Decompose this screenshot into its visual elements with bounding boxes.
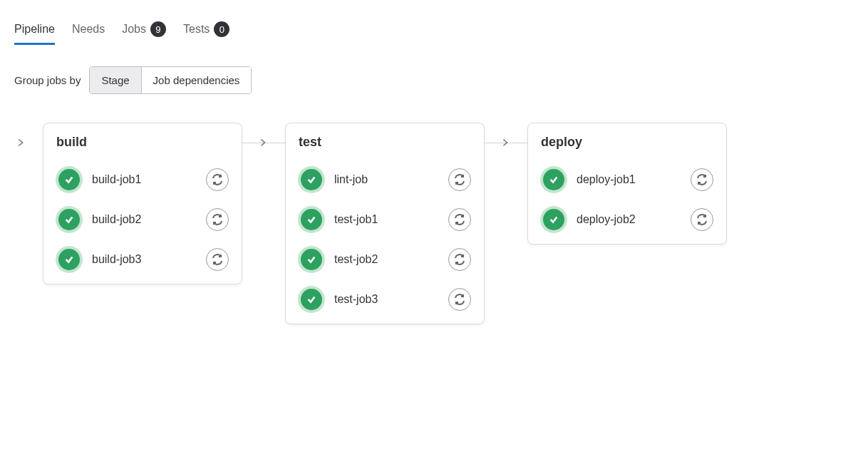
- job-row[interactable]: build-job3: [56, 240, 229, 279]
- retry-button[interactable]: [448, 288, 471, 311]
- tests-count-badge: 0: [214, 21, 229, 37]
- job-left: test-job2: [299, 247, 378, 272]
- retry-button[interactable]: [206, 168, 229, 191]
- chevron-right-icon: [13, 135, 29, 150]
- stage-card: deploy deploy-job1 deploy-job2: [527, 123, 727, 245]
- tabs-bar: Pipeline Needs Jobs 9 Tests 0: [14, 21, 854, 46]
- stage-title: build: [56, 135, 229, 150]
- retry-button[interactable]: [206, 208, 229, 231]
- tab-label: Needs: [72, 23, 105, 36]
- tab-tests[interactable]: Tests 0: [183, 21, 229, 46]
- job-left: test-job1: [299, 207, 378, 232]
- job-left: lint-job: [299, 167, 368, 192]
- job-row[interactable]: lint-job: [299, 160, 471, 200]
- success-icon: [58, 249, 80, 270]
- chevron-right-icon: [255, 135, 271, 150]
- tab-pipeline[interactable]: Pipeline: [14, 23, 55, 45]
- job-left: build-job3: [56, 247, 141, 272]
- job-name: test-job3: [334, 293, 378, 306]
- job-name: deploy-job1: [577, 173, 636, 186]
- jobs-count-badge: 9: [150, 21, 166, 37]
- job-name: build-job2: [92, 213, 141, 226]
- group-by-stage-button[interactable]: Stage: [90, 67, 140, 93]
- group-by-row: Group jobs by Stage Job dependencies: [14, 66, 854, 94]
- job-name: lint-job: [334, 173, 368, 186]
- pipeline-graph: build build-job1 build-job2 build-jo: [14, 123, 854, 324]
- job-name: deploy-job2: [577, 213, 636, 226]
- job-name: test-job2: [334, 253, 378, 266]
- stage-column-deploy: deploy deploy-job1 deploy-job2: [527, 123, 727, 245]
- stage-title: test: [299, 135, 471, 150]
- job-left: deploy-job2: [541, 207, 636, 232]
- retry-button[interactable]: [206, 248, 229, 271]
- retry-button[interactable]: [448, 208, 471, 231]
- group-by-segmented: Stage Job dependencies: [89, 66, 252, 94]
- success-icon: [58, 209, 80, 230]
- tab-needs[interactable]: Needs: [72, 23, 105, 45]
- stage-title: deploy: [541, 135, 713, 150]
- job-name: build-job1: [92, 173, 141, 186]
- job-left: deploy-job1: [541, 167, 636, 192]
- chevron-right-icon: [497, 135, 513, 150]
- job-row[interactable]: test-job2: [299, 240, 471, 279]
- tab-label: Tests: [183, 23, 210, 36]
- job-name: build-job3: [92, 253, 141, 266]
- success-icon: [543, 209, 564, 230]
- retry-button[interactable]: [448, 168, 471, 191]
- stage-card: build build-job1 build-job2 build-jo: [43, 123, 242, 284]
- job-left: build-job1: [56, 167, 141, 192]
- group-by-label: Group jobs by: [14, 74, 81, 86]
- tab-label: Pipeline: [14, 23, 55, 36]
- job-row[interactable]: deploy-job2: [541, 200, 713, 240]
- job-left: build-job2: [56, 207, 141, 232]
- job-row[interactable]: build-job1: [56, 160, 229, 200]
- retry-button[interactable]: [691, 168, 713, 191]
- success-icon: [301, 209, 322, 230]
- stage-column-test: test lint-job test-job1 test-job2: [285, 123, 485, 324]
- success-icon: [58, 169, 80, 190]
- retry-button[interactable]: [448, 248, 471, 271]
- job-name: test-job1: [334, 213, 378, 226]
- success-icon: [301, 249, 322, 270]
- stage-column-build: build build-job1 build-job2 build-jo: [43, 123, 242, 284]
- group-by-dependencies-button[interactable]: Job dependencies: [141, 67, 252, 93]
- job-row[interactable]: build-job2: [56, 200, 229, 240]
- success-icon: [301, 289, 322, 310]
- job-row[interactable]: test-job1: [299, 200, 471, 240]
- tab-label: Jobs: [122, 23, 146, 36]
- success-icon: [301, 169, 322, 190]
- job-row[interactable]: deploy-job1: [541, 160, 713, 200]
- stage-card: test lint-job test-job1 test-job2: [285, 123, 485, 324]
- success-icon: [543, 169, 564, 190]
- tab-jobs[interactable]: Jobs 9: [122, 21, 166, 46]
- job-row[interactable]: test-job3: [299, 279, 471, 319]
- retry-button[interactable]: [691, 208, 713, 231]
- job-left: test-job3: [299, 287, 378, 312]
